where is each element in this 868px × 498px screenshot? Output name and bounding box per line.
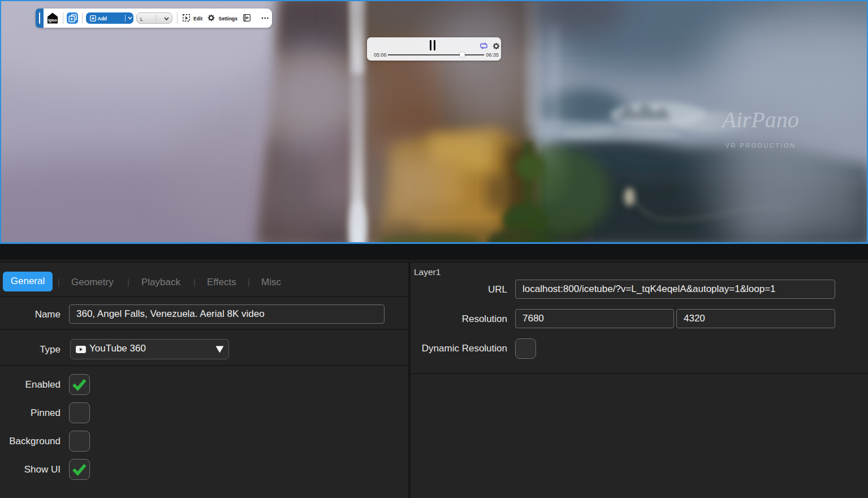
svg-text:Igloo: Igloo: [48, 18, 57, 23]
